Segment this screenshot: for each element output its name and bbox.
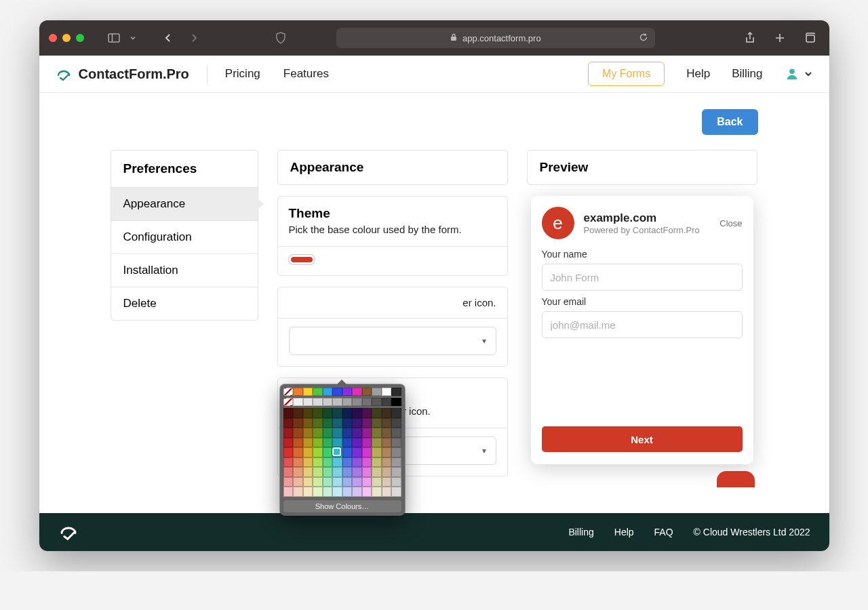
color-swatch-cell[interactable] [323, 458, 333, 468]
color-swatch-cell[interactable] [313, 428, 323, 438]
color-swatch-cell[interactable] [283, 487, 294, 497]
color-swatch-cell[interactable] [283, 388, 294, 396]
color-swatch-cell[interactable] [382, 477, 392, 487]
sidebar-item-installation[interactable]: Installation [111, 254, 258, 287]
color-swatch-cell[interactable] [362, 408, 372, 418]
color-swatch-cell[interactable] [362, 398, 372, 406]
reload-icon[interactable] [639, 33, 648, 44]
color-swatch-cell[interactable] [382, 388, 392, 396]
color-swatch-cell[interactable] [342, 458, 353, 468]
nav-help[interactable]: Help [686, 67, 710, 81]
color-swatch-cell[interactable] [382, 487, 392, 497]
color-swatch-cell[interactable] [323, 477, 333, 487]
color-swatch-cell[interactable] [323, 428, 333, 438]
chevron-down-icon[interactable] [127, 28, 138, 47]
color-swatch-cell[interactable] [352, 408, 362, 418]
footer-help[interactable]: Help [614, 527, 634, 537]
color-swatch-cell[interactable] [372, 418, 382, 428]
color-swatch-cell[interactable] [323, 487, 333, 497]
color-swatch-cell[interactable] [293, 487, 303, 497]
color-swatch-cell[interactable] [332, 477, 342, 487]
color-swatch-cell[interactable] [342, 467, 353, 477]
color-swatch-cell[interactable] [352, 388, 362, 396]
color-swatch-cell[interactable] [391, 467, 401, 477]
shield-icon[interactable] [271, 28, 290, 47]
color-swatch-cell[interactable] [293, 418, 303, 428]
color-swatch-cell[interactable] [352, 447, 362, 458]
color-swatch-cell[interactable] [342, 447, 353, 458]
color-swatch-cell[interactable] [352, 418, 362, 428]
color-swatch-cell[interactable] [382, 408, 392, 418]
color-swatch-cell[interactable] [362, 458, 372, 468]
color-swatch-cell[interactable] [362, 428, 372, 438]
maximize-window-button[interactable] [76, 34, 84, 42]
color-swatch-cell[interactable] [382, 458, 392, 468]
name-input[interactable] [542, 264, 743, 291]
color-swatch-cell[interactable] [332, 418, 342, 428]
color-swatch-cell[interactable] [382, 418, 392, 428]
color-swatch-cell[interactable] [342, 438, 353, 448]
color-swatch-cell[interactable] [303, 447, 313, 458]
color-swatch-cell[interactable] [391, 428, 401, 438]
color-swatch-cell[interactable] [391, 458, 401, 468]
color-swatch-cell[interactable] [391, 408, 401, 418]
color-swatch-cell[interactable] [323, 418, 333, 428]
color-swatch-cell[interactable] [352, 428, 362, 438]
color-swatch-cell[interactable] [283, 428, 294, 438]
color-swatch-cell[interactable] [323, 388, 333, 396]
color-swatch-cell[interactable] [332, 408, 342, 418]
color-swatch-cell[interactable] [293, 388, 303, 396]
color-swatch-cell[interactable] [391, 398, 401, 406]
color-swatch-cell[interactable] [303, 487, 313, 497]
color-swatch-cell[interactable] [362, 487, 372, 497]
color-swatch-cell[interactable] [362, 418, 372, 428]
color-swatch-cell[interactable] [283, 477, 294, 487]
color-swatch-cell[interactable] [332, 398, 342, 406]
color-swatch-cell[interactable] [352, 467, 362, 477]
color-swatch-cell[interactable] [303, 477, 313, 487]
color-swatch-cell[interactable] [352, 487, 362, 497]
color-swatch-cell[interactable] [303, 467, 313, 477]
color-swatch-cell[interactable] [332, 458, 342, 468]
color-swatch-cell[interactable] [372, 487, 382, 497]
color-swatch-cell[interactable] [313, 408, 323, 418]
color-swatch-cell[interactable] [293, 438, 303, 448]
color-swatch-cell[interactable] [303, 408, 313, 418]
color-swatch-cell[interactable] [391, 438, 401, 448]
color-swatch-cell[interactable] [313, 477, 323, 487]
color-swatch-cell[interactable] [323, 398, 333, 406]
color-swatch-cell[interactable] [372, 438, 382, 448]
color-swatch-cell[interactable] [372, 388, 382, 396]
color-swatch-cell[interactable] [303, 438, 313, 448]
open-icon-select[interactable] [289, 327, 496, 355]
color-swatch-cell[interactable] [382, 467, 392, 477]
color-swatch-cell[interactable] [332, 467, 342, 477]
color-swatch-cell[interactable] [293, 398, 303, 406]
color-swatch-cell[interactable] [391, 487, 401, 497]
color-swatch-cell[interactable] [293, 447, 303, 458]
color-swatch-cell[interactable] [323, 467, 333, 477]
color-swatch-cell[interactable] [342, 388, 353, 396]
color-swatch-cell[interactable] [352, 398, 362, 406]
color-swatch-cell[interactable] [303, 398, 313, 406]
address-bar[interactable]: app.contactform.pro [336, 28, 655, 48]
color-swatch-cell[interactable] [303, 418, 313, 428]
color-swatch-cell[interactable] [362, 388, 372, 396]
brand[interactable]: ContactForm.Pro [56, 66, 189, 82]
color-swatch-cell[interactable] [372, 458, 382, 468]
color-swatch-cell[interactable] [372, 428, 382, 438]
color-swatch-cell[interactable] [391, 447, 401, 458]
minimize-window-button[interactable] [62, 34, 71, 42]
color-swatch-cell[interactable] [332, 428, 342, 438]
color-swatch-cell[interactable] [313, 438, 323, 448]
color-swatch-cell[interactable] [293, 477, 303, 487]
color-swatch-cell[interactable] [352, 477, 362, 487]
color-swatch-cell[interactable] [303, 388, 313, 396]
preview-close-link[interactable]: Close [719, 218, 742, 228]
color-swatch-cell[interactable] [362, 447, 372, 458]
form-launcher-fab[interactable] [717, 471, 755, 487]
color-swatch-cell[interactable] [323, 438, 333, 448]
color-swatch-cell[interactable] [283, 438, 294, 448]
color-swatch-cell[interactable] [283, 467, 294, 477]
color-swatch-cell[interactable] [382, 398, 392, 406]
